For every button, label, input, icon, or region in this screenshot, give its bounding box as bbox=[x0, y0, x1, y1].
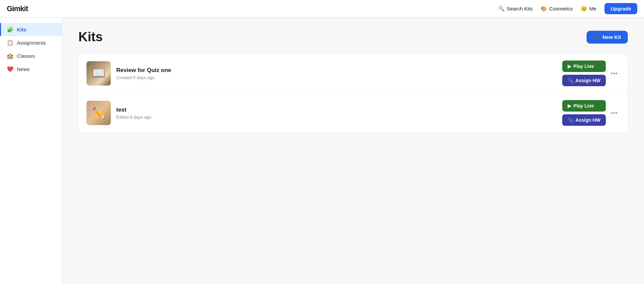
kit-action-group: ▶ Play Live 📎 Assign HW bbox=[562, 100, 606, 126]
search-icon: 🔍 bbox=[498, 6, 505, 12]
kit-action-group: ▶ Play Live 📎 Assign HW bbox=[562, 61, 606, 86]
kit-thumbnail bbox=[86, 101, 111, 125]
assign-hw-label: Assign HW bbox=[575, 117, 600, 123]
sidebar-item-kits[interactable]: 🧩 Kits bbox=[0, 23, 62, 36]
play-icon: ▶ bbox=[568, 103, 571, 109]
sidebar-item-classes[interactable]: 🏫 Classes bbox=[0, 49, 62, 63]
new-kit-button[interactable]: ➕ New Kit bbox=[587, 31, 628, 44]
topnav-right: 🔍 Search Kits 🎨 Cosmetics 😊 Me Upgrade bbox=[498, 3, 637, 14]
kit-thumbnail bbox=[86, 61, 111, 86]
assign-hw-button[interactable]: 📎 Assign HW bbox=[562, 114, 606, 126]
main-header: Kits ➕ New Kit bbox=[78, 30, 628, 44]
table-row: Review for Quiz one Created 8 days ago ▶… bbox=[78, 54, 628, 93]
kit-name: Review for Quiz one bbox=[116, 67, 557, 74]
assign-hw-button[interactable]: 📎 Assign HW bbox=[562, 75, 606, 86]
logo-text: Gimkit bbox=[7, 4, 28, 13]
me-label: Me bbox=[589, 6, 596, 11]
sidebar-news-label: News bbox=[17, 66, 30, 72]
topnav: Gimkit 🔍 Search Kits 🎨 Cosmetics 😊 Me Up… bbox=[0, 0, 644, 18]
me-icon: 😊 bbox=[581, 6, 587, 12]
kits-list: Review for Quiz one Created 8 days ago ▶… bbox=[78, 54, 628, 133]
assign-hw-label: Assign HW bbox=[575, 78, 600, 83]
new-kit-label: New Kit bbox=[602, 34, 621, 40]
upgrade-button[interactable]: Upgrade bbox=[604, 3, 637, 14]
logo: Gimkit bbox=[7, 4, 498, 13]
plus-icon: ➕ bbox=[593, 34, 600, 40]
sidebar-item-news[interactable]: ❤️ News bbox=[0, 63, 62, 76]
classes-icon: 🏫 bbox=[7, 53, 14, 59]
me-link[interactable]: 😊 Me bbox=[581, 6, 596, 12]
sidebar-assignments-label: Assignments bbox=[17, 40, 46, 46]
cosmetics-link[interactable]: 🎨 Cosmetics bbox=[541, 6, 573, 12]
sidebar: 🧩 Kits 📋 Assignments 🏫 Classes ❤️ News bbox=[0, 18, 62, 284]
table-row: test Edited 8 days ago ▶ Play Live 📎 Ass… bbox=[78, 93, 628, 133]
play-live-button[interactable]: ▶ Play Live bbox=[562, 100, 606, 112]
page-title: Kits bbox=[78, 30, 103, 44]
layout: 🧩 Kits 📋 Assignments 🏫 Classes ❤️ News K… bbox=[0, 18, 644, 284]
sidebar-classes-label: Classes bbox=[17, 53, 35, 59]
kit-info: Review for Quiz one Created 8 days ago bbox=[116, 67, 557, 80]
sidebar-item-assignments[interactable]: 📋 Assignments bbox=[0, 36, 62, 49]
more-options-button[interactable]: ••• bbox=[609, 108, 620, 118]
kit-actions: ▶ Play Live 📎 Assign HW ••• bbox=[562, 61, 620, 86]
kit-meta: Edited 8 days ago bbox=[116, 115, 557, 120]
play-live-label: Play Live bbox=[573, 64, 594, 69]
more-options-button[interactable]: ••• bbox=[609, 69, 620, 78]
paperclip-icon: 📎 bbox=[568, 117, 573, 123]
cosmetics-icon: 🎨 bbox=[541, 6, 547, 12]
search-kits-label: Search Kits bbox=[507, 6, 533, 11]
kit-info: test Edited 8 days ago bbox=[116, 106, 557, 120]
play-live-label: Play Live bbox=[573, 103, 594, 109]
search-kits-link[interactable]: 🔍 Search Kits bbox=[498, 6, 533, 12]
kit-meta: Created 8 days ago bbox=[116, 75, 557, 80]
news-icon: ❤️ bbox=[7, 66, 14, 72]
play-icon: ▶ bbox=[568, 64, 571, 69]
kits-icon: 🧩 bbox=[7, 26, 14, 33]
play-live-button[interactable]: ▶ Play Live bbox=[562, 61, 606, 72]
assignments-icon: 📋 bbox=[7, 40, 14, 46]
kit-name: test bbox=[116, 106, 557, 113]
cosmetics-label: Cosmetics bbox=[549, 6, 573, 11]
paperclip-icon: 📎 bbox=[568, 78, 573, 83]
sidebar-kits-label: Kits bbox=[17, 27, 26, 32]
main-content: Kits ➕ New Kit Review for Quiz one Creat… bbox=[62, 18, 644, 284]
kit-actions: ▶ Play Live 📎 Assign HW ••• bbox=[562, 100, 620, 126]
